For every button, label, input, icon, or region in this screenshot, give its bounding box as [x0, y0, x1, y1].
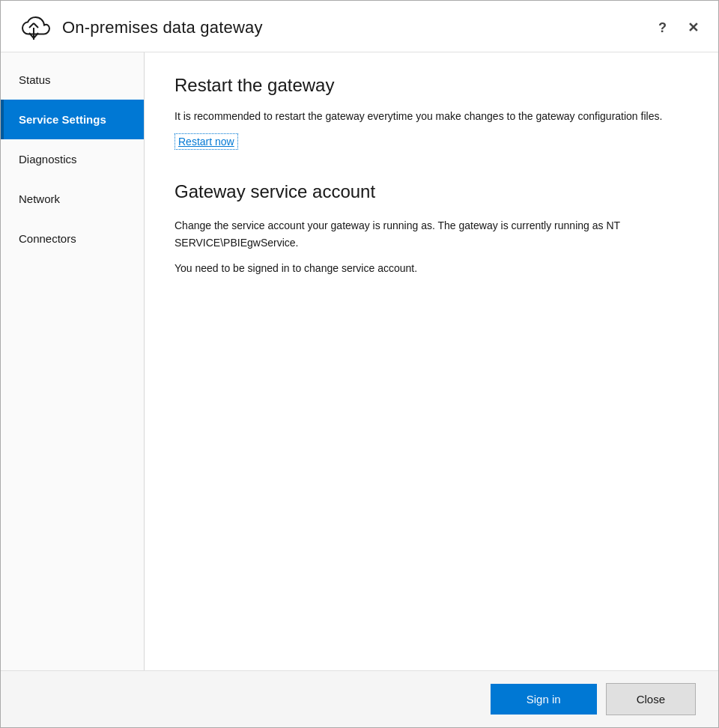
sidebar-item-connectors[interactable]: Connectors — [1, 219, 144, 258]
title-left: On-premises data gateway — [16, 13, 263, 43]
service-account-section-title: Gateway service account — [175, 181, 688, 202]
svg-line-1 — [29, 23, 34, 28]
sidebar-item-network[interactable]: Network — [1, 179, 144, 219]
sidebar-item-service-settings[interactable]: Service Settings — [1, 100, 144, 139]
close-button[interactable]: Close — [606, 683, 696, 715]
sidebar: Status Service Settings Diagnostics Netw… — [1, 52, 145, 670]
restart-section-title: Restart the gateway — [175, 75, 688, 96]
cloud-icon — [16, 13, 52, 43]
restart-section-body: It is recommended to restart the gateway… — [175, 108, 688, 124]
app-title: On-premises data gateway — [62, 18, 263, 37]
close-window-button[interactable]: ✕ — [683, 18, 703, 37]
app-window: On-premises data gateway ? ✕ Status Serv… — [0, 0, 719, 728]
sign-in-button[interactable]: Sign in — [491, 684, 597, 715]
svg-line-2 — [34, 23, 38, 28]
help-button[interactable]: ? — [654, 19, 671, 37]
restart-now-link[interactable]: Restart now — [175, 133, 238, 150]
sidebar-item-diagnostics[interactable]: Diagnostics — [1, 139, 144, 179]
main-content: Restart the gateway It is recommended to… — [145, 52, 718, 670]
footer: Sign in Close — [1, 670, 718, 727]
sidebar-item-status[interactable]: Status — [1, 60, 144, 100]
title-actions: ? ✕ — [654, 18, 703, 37]
service-account-body1: Change the service account your gateway … — [175, 217, 688, 251]
title-bar: On-premises data gateway ? ✕ — [1, 1, 718, 52]
content-area: Status Service Settings Diagnostics Netw… — [1, 52, 718, 670]
service-account-body2: You need to be signed in to change servi… — [175, 260, 688, 276]
